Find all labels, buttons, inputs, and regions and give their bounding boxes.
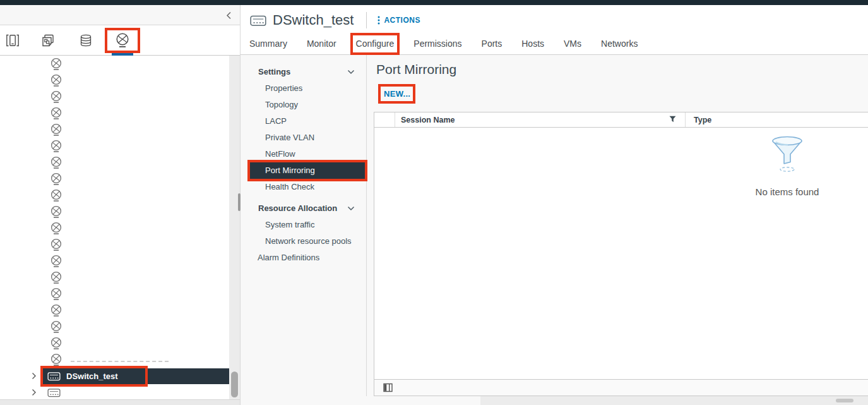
tree-item-portgroup[interactable] <box>0 72 229 88</box>
tree-item-portgroup[interactable] <box>0 187 229 203</box>
tab-label: Configure <box>356 39 395 49</box>
chevron-right-icon[interactable] <box>32 389 43 396</box>
tree-item-portgroup[interactable] <box>0 253 229 269</box>
tree-item-portgroup[interactable] <box>0 203 229 220</box>
networking-icon[interactable] <box>111 30 134 51</box>
tab-hosts[interactable]: Hosts <box>521 35 544 54</box>
tab-monitor[interactable]: Monitor <box>307 35 336 54</box>
tree-item-portgroup[interactable] <box>0 171 229 187</box>
sidenav-item-port-mirroring[interactable]: Port Mirroring <box>250 162 365 179</box>
sidenav-item-system-traffic[interactable]: System traffic <box>241 217 366 233</box>
vms-and-templates-icon[interactable] <box>37 30 59 51</box>
top-bar <box>0 0 868 5</box>
tab-configure[interactable]: Configure <box>356 35 395 54</box>
column-settings-icon[interactable] <box>383 383 393 392</box>
divider <box>366 12 367 28</box>
table-header-select-column[interactable] <box>374 112 395 127</box>
tab-vms[interactable]: VMs <box>564 35 581 54</box>
table-header-type[interactable]: Type <box>686 116 868 124</box>
tab-summary[interactable]: Summary <box>249 35 287 54</box>
tab-bar: Summary Monitor Configure Permissions Po… <box>241 35 868 55</box>
new-session-label: NEW... <box>384 89 410 99</box>
inventory-view-switcher <box>0 25 240 56</box>
sidenav-group-label: Settings <box>258 67 290 76</box>
tree-item-portgroup[interactable] <box>0 121 229 138</box>
actions-label: ACTIONS <box>384 16 420 25</box>
sidenav-item-topology[interactable]: Topology <box>241 97 366 113</box>
distributed-switch-icon <box>47 372 61 381</box>
panel-collapse-strip <box>0 5 240 25</box>
tree-scrollbar[interactable] <box>229 56 240 399</box>
distributed-switch-icon <box>250 15 266 27</box>
chevron-down-icon <box>347 206 355 211</box>
hosts-and-clusters-icon[interactable] <box>1 30 24 51</box>
sidenav-group-settings[interactable]: Settings <box>241 64 366 80</box>
configure-sidenav: Settings Properties Topology LACP Privat… <box>241 55 367 396</box>
collapse-panel-button[interactable] <box>223 10 234 20</box>
empty-filter-funnel-icon <box>771 164 804 174</box>
sidenav-group-label: Resource Allocation <box>258 203 337 213</box>
horizontal-scrollbar[interactable] <box>480 396 868 405</box>
tree-item-portgroup[interactable] <box>0 56 229 72</box>
horizontal-scrollbar-thumb[interactable] <box>836 399 853 402</box>
tree-scrollbar-thumb[interactable] <box>231 372 238 397</box>
table-header-session-name[interactable]: Session Name <box>395 112 686 127</box>
tree-item-portgroup[interactable] <box>0 105 229 121</box>
tree-item-portgroup[interactable] <box>0 302 229 318</box>
panel-resize-handle[interactable] <box>238 193 241 211</box>
chevron-right-icon[interactable] <box>32 372 43 380</box>
distributed-switch-icon <box>47 388 61 397</box>
filter-icon[interactable] <box>669 116 676 124</box>
table-footer <box>374 379 868 396</box>
tree-item-portgroup[interactable] <box>0 286 229 302</box>
tab-ports[interactable]: Ports <box>482 35 502 54</box>
tree-item-label: DSwitch_test <box>66 372 118 381</box>
sidenav-group-resource-allocation[interactable]: Resource Allocation <box>241 200 366 217</box>
sidenav-item-health-check[interactable]: Health Check <box>241 179 366 195</box>
table-header-row: Session Name Type <box>374 112 868 128</box>
storage-icon[interactable] <box>74 30 97 51</box>
tree-item-dswitch-sibling[interactable] <box>0 384 229 399</box>
tree-item-dswitch-selected-row[interactable]: DSwitch_test <box>43 368 229 384</box>
main-panel: DSwitch_test ACTIONS Summary Monitor Con… <box>240 5 868 405</box>
actions-menu-button[interactable]: ACTIONS <box>378 16 420 25</box>
sidenav-item-lacp[interactable]: LACP <box>241 113 366 130</box>
page-object-title: DSwitch_test <box>273 12 354 28</box>
sidenav-item-private-vlan[interactable]: Private VLAN <box>241 130 366 146</box>
sidenav-item-alarm-definitions[interactable]: Alarm Definitions <box>241 250 366 266</box>
inventory-panel: DSwitch_test <box>0 5 240 405</box>
chevron-left-icon <box>226 11 232 20</box>
new-session-button[interactable]: NEW... <box>384 89 410 99</box>
sidenav-item-netflow[interactable]: NetFlow <box>241 146 366 162</box>
tree-item-sibling-row[interactable] <box>43 385 229 400</box>
tab-permissions[interactable]: Permissions <box>413 35 461 54</box>
port-mirroring-view: Port Mirroring NEW... Session Name <box>367 55 868 405</box>
object-header: DSwitch_test ACTIONS <box>241 5 868 35</box>
sidenav-item-properties[interactable]: Properties <box>241 80 366 97</box>
kebab-menu-icon <box>378 16 380 25</box>
empty-state-message: No items found <box>737 186 838 197</box>
sidenav-item-network-resource-pools[interactable]: Network resource pools <box>241 233 366 250</box>
tree-item-portgroup[interactable] <box>0 138 229 154</box>
column-label: Type <box>694 116 711 124</box>
tree-item-portgroup[interactable] <box>0 335 229 351</box>
tab-networks[interactable]: Networks <box>601 35 638 54</box>
tree-horizontal-scroll-strip[interactable] <box>0 399 240 405</box>
tree-item-portgroup[interactable] <box>0 269 229 286</box>
tree-item-portgroup[interactable] <box>0 318 229 335</box>
inventory-tree: DSwitch_test <box>0 56 229 399</box>
table-body: No items found <box>374 128 868 378</box>
tree-item-portgroup[interactable] <box>0 220 229 236</box>
sessions-table: Session Name Type <box>374 112 868 396</box>
tree-item-portgroup[interactable] <box>0 88 229 105</box>
erased-label-remnant <box>71 361 169 362</box>
tree-item-portgroup[interactable] <box>0 154 229 171</box>
tree-item-dswitch-test[interactable]: DSwitch_test <box>0 368 229 384</box>
sidenav-item-label: Port Mirroring <box>265 166 315 175</box>
page-title: Port Mirroring <box>376 62 456 77</box>
tree-item-portgroup[interactable] <box>0 236 229 253</box>
column-label: Session Name <box>401 116 455 124</box>
tree-item-portgroup[interactable] <box>0 351 229 368</box>
chevron-down-icon <box>347 70 355 75</box>
configure-content: Settings Properties Topology LACP Privat… <box>241 55 868 405</box>
